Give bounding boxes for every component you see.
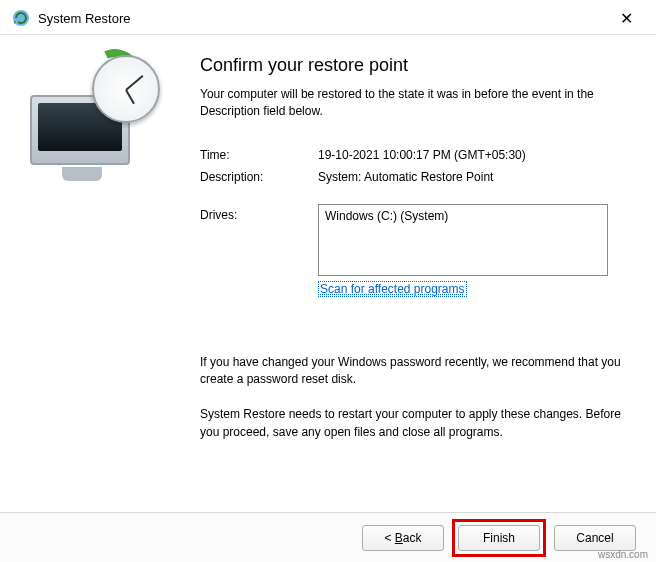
description-label: Description: <box>200 170 318 184</box>
scan-link-row: Scan for affected programs <box>318 282 632 296</box>
drives-label: Drives: <box>200 204 318 276</box>
back-button[interactable]: < Back <box>362 525 444 551</box>
watermark-text: wsxdn.com <box>598 549 648 560</box>
drives-listbox[interactable]: Windows (C:) (System) <box>318 204 608 276</box>
drives-row: Drives: Windows (C:) (System) <box>200 204 632 276</box>
close-button[interactable]: ✕ <box>606 9 646 28</box>
dialog-footer: < Back Finish Cancel <box>0 512 656 562</box>
drives-item: Windows (C:) (System) <box>325 209 448 223</box>
finish-highlight: Finish <box>452 519 546 557</box>
scan-affected-programs-link[interactable]: Scan for affected programs <box>318 281 467 297</box>
password-note: If you have changed your Windows passwor… <box>200 354 632 389</box>
time-label: Time: <box>200 148 318 162</box>
left-illustration-column <box>0 35 200 503</box>
content-column: Confirm your restore point Your computer… <box>200 35 656 503</box>
page-heading: Confirm your restore point <box>200 55 632 76</box>
description-value: System: Automatic Restore Point <box>318 170 632 184</box>
restart-note: System Restore needs to restart your com… <box>200 406 632 441</box>
description-row: Description: System: Automatic Restore P… <box>200 170 632 184</box>
restore-illustration <box>30 55 160 175</box>
time-row: Time: 19-10-2021 10:00:17 PM (GMT+05:30) <box>200 148 632 162</box>
page-subtitle: Your computer will be restored to the st… <box>200 86 632 120</box>
window-title: System Restore <box>38 11 606 26</box>
titlebar: System Restore ✕ <box>0 0 656 34</box>
system-restore-icon <box>12 9 30 27</box>
finish-button[interactable]: Finish <box>458 525 540 551</box>
dialog-body: Confirm your restore point Your computer… <box>0 35 656 503</box>
time-value: 19-10-2021 10:00:17 PM (GMT+05:30) <box>318 148 632 162</box>
clock-icon <box>92 55 160 123</box>
cancel-button[interactable]: Cancel <box>554 525 636 551</box>
